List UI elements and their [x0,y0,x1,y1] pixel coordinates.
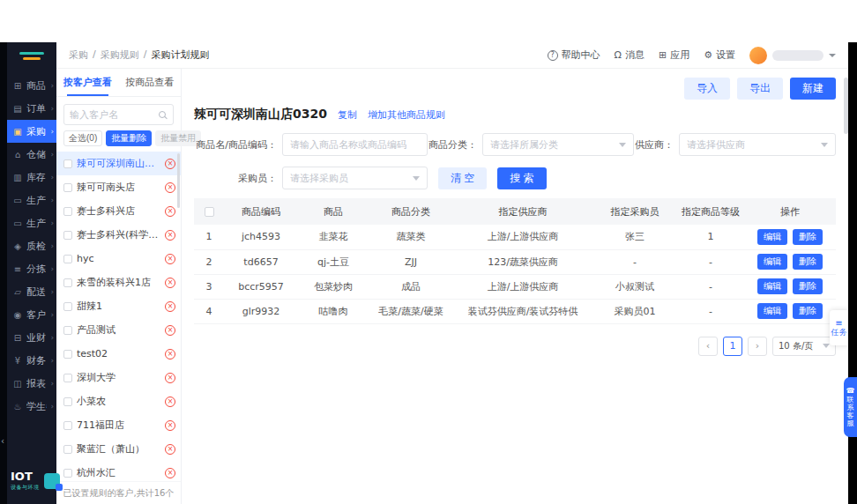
delete-customer-icon[interactable]: × [165,444,175,455]
customer-checkbox[interactable] [63,445,72,454]
sidebar-item-客户[interactable]: ◉ 客户 › [7,303,56,326]
export-button[interactable]: 导出 [737,78,783,100]
delete-customer-icon[interactable]: × [165,373,175,383]
copy-link[interactable]: 复制 [338,108,357,122]
header-action-设置[interactable]: ⚙ 设置 [704,48,735,62]
edit-button[interactable]: 编辑 [757,278,787,294]
select-all-checkbox[interactable] [205,207,214,217]
delete-customer-icon[interactable]: × [165,182,175,193]
customer-checkbox[interactable] [63,397,72,406]
delete-button[interactable]: 删除 [793,303,823,319]
customer-item[interactable]: 小菜农 × [56,389,181,413]
customer-list-scrollbar[interactable] [177,153,180,208]
delete-customer-icon[interactable]: × [165,278,175,288]
select-all-button[interactable]: 全选(0) [63,130,102,146]
create-button[interactable]: 新建 [790,78,836,100]
page-size-select[interactable]: 10 条/页 [772,337,836,356]
breadcrumb-item[interactable]: 采购 [69,48,88,62]
user-menu[interactable] [749,47,836,64]
customer-checkbox[interactable] [63,350,72,359]
tab-view-by-customer[interactable]: 按客户查看 [56,69,119,96]
delete-customer-icon[interactable]: × [165,325,175,336]
sidebar-item-采购[interactable]: ▣ 采购 › [7,120,56,143]
delete-button[interactable]: 删除 [793,254,823,270]
delete-customer-icon[interactable]: × [165,159,175,169]
customer-item[interactable]: 深圳大学 × [56,366,181,389]
customer-checkbox[interactable] [63,231,72,240]
delete-button[interactable]: 删除 [793,278,823,294]
supplier-select[interactable]: 请选择供应商 [679,133,836,156]
sidebar-item-订单[interactable]: ▤ 订单 › [7,97,56,120]
task-fab-button[interactable]: ≡ 任务 [830,310,848,345]
sidebar-item-报表[interactable]: ◫ 报表 › [7,372,56,395]
delete-button[interactable]: 删除 [793,229,823,245]
sidebar-item-财务[interactable]: ¥ 财务 › [7,349,56,372]
customer-item[interactable]: 辣可可深圳南山店0320 × [56,152,181,175]
header-action-帮助中心[interactable]: ? 帮助中心 [548,48,600,62]
delete-customer-icon[interactable]: × [165,397,175,407]
delete-customer-icon[interactable]: × [165,301,175,312]
edit-button[interactable]: 编辑 [757,254,787,270]
customer-item[interactable]: hyc × [56,247,181,271]
avatar[interactable] [749,47,767,64]
add-rule-link[interactable]: 增加其他商品规则 [368,108,445,122]
name-filter-input[interactable] [290,139,420,150]
customer-item[interactable]: 辣可可南头店 × [56,175,181,199]
sidebar-item-分拣[interactable]: ≡ 分拣 › [7,257,56,280]
header-action-消息[interactable]: Ω 消息 [615,48,645,62]
customer-item[interactable]: 甜辣1 × [56,294,181,318]
pagination-page-1[interactable]: 1 [723,337,742,356]
clear-button[interactable]: 清 空 [438,167,487,189]
customer-item[interactable]: 产品测试 × [56,318,181,342]
delete-customer-icon[interactable]: × [165,230,175,241]
tab-view-by-product[interactable]: 按商品查看 [119,69,182,96]
sidebar-item-库存[interactable]: ▥ 库存 › [7,166,56,189]
customer-checkbox[interactable] [63,421,72,430]
edit-button[interactable]: 编辑 [757,229,787,245]
customer-item[interactable]: 杭州水汇 × [56,461,181,481]
sidebar-item-生产[interactable]: ▭ 生产 › [7,211,56,234]
customer-checkbox[interactable] [63,278,72,287]
import-button[interactable]: 导入 [684,78,730,100]
sidebar: ⊞ 商品 › ▤ 订单 › ▣ 采购 › ⌂ 仓储 › ▥ 库存 › ▭ 生产 … [0,42,56,504]
edit-button[interactable]: 编辑 [757,303,787,319]
buyer-select[interactable]: 请选择采购员 [282,167,428,189]
batch-delete-button[interactable]: 批量删除 [106,130,152,146]
customer-checkbox[interactable] [63,374,72,382]
customer-search-input[interactable] [70,109,159,120]
breadcrumb-item[interactable]: 采购计划规则 [151,48,209,62]
customer-checkbox[interactable] [63,469,72,478]
sidebar-item-业财[interactable]: ⊟ 业财 › [7,326,56,349]
delete-customer-icon[interactable]: × [165,254,175,264]
sidebar-item-商品[interactable]: ⊞ 商品 › [7,74,56,97]
sidebar-item-配送[interactable]: ▱ 配送 › [7,280,56,303]
customer-checkbox[interactable] [63,255,72,263]
customer-item[interactable]: 聚蓝汇（萧山） × [56,437,181,461]
sidebar-item-学生餐[interactable]: ♨ 学生餐 › [7,395,56,418]
breadcrumb-item[interactable]: 采购规则 [101,48,139,62]
sidebar-item-质检[interactable]: ◈ 质检 › [7,234,56,257]
search-button[interactable]: 搜 索 [497,167,546,189]
delete-customer-icon[interactable]: × [165,468,175,478]
customer-checkbox[interactable] [63,302,72,311]
customer-checkbox[interactable] [63,183,72,192]
collapse-sidebar-icon[interactable]: ‹ [1,436,4,446]
customer-checkbox[interactable] [63,159,72,168]
pagination-next[interactable]: › [748,337,767,356]
sidebar-item-生产[interactable]: ▭ 生产 › [7,189,56,211]
customer-item[interactable]: 711福田店 × [56,413,181,437]
customer-item[interactable]: test02 × [56,342,181,366]
customer-checkbox[interactable] [63,326,72,335]
category-select[interactable]: 请选择所属分类 [482,133,634,156]
sidebar-item-仓储[interactable]: ⌂ 仓储 › [7,143,56,166]
customer-item[interactable]: 来雪的装科兴1店 × [56,271,181,294]
customer-item[interactable]: 赛士多科兴店 × [56,199,181,223]
delete-customer-icon[interactable]: × [165,420,175,431]
delete-customer-icon[interactable]: × [165,206,175,217]
pagination-prev[interactable]: ‹ [698,337,718,356]
customer-checkbox[interactable] [63,207,72,216]
contact-service-button[interactable]: ☎ 联系客服 [844,377,857,437]
delete-customer-icon[interactable]: × [165,349,175,359]
header-action-应用[interactable]: ⊞ 应用 [659,48,689,62]
customer-item[interactable]: 赛士多科兴(科学园2号1120 × [56,223,181,247]
